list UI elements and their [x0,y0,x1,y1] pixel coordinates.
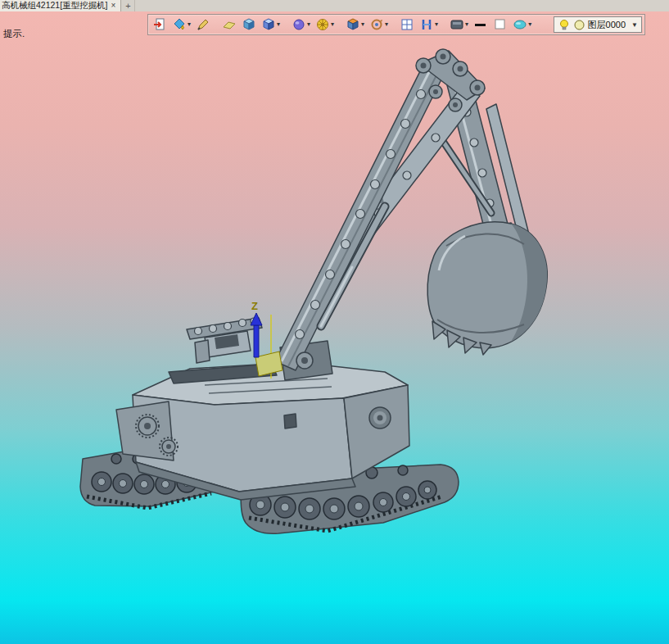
dropdown-arrow-icon: ▾ [277,21,280,28]
layer-dropdown-arrow[interactable]: ▼ [631,21,638,29]
dropdown-arrow-icon: ▾ [385,21,388,28]
line-width-icon[interactable] [472,16,490,34]
layer-name: 图层0000 [588,19,626,31]
new-tab-button[interactable]: + [121,0,135,11]
dropdown-arrow-icon: ▾ [307,21,310,28]
viewport-grid-icon[interactable] [398,16,416,34]
import-export-icon[interactable] [151,16,169,34]
layer-color-icon [573,19,585,31]
dropdown-arrow-icon: ▾ [361,21,364,28]
toolbar-separator [214,17,219,32]
document-tab[interactable]: 高机械组42121[重型挖掘机] × [0,0,121,11]
dropdown-arrow-icon: ▾ [435,21,438,28]
tab-bar: 高机械组42121[重型挖掘机] × + [0,0,669,12]
dropdown-arrow-icon: ▾ [188,21,191,28]
layer-combo[interactable]: 图层0000 ▼ [554,16,642,33]
dropdown-arrow-icon: ▾ [465,21,468,28]
layer-visibility-bulb-icon[interactable] [558,18,571,31]
toolbar-separator [337,17,342,32]
dropdown-arrow-icon: ▾ [528,21,531,28]
solid-cube-icon[interactable] [240,16,258,34]
toolbar-separator [283,17,288,32]
paint-brush-icon[interactable] [194,16,212,34]
tab-title: 高机械组42121[重型挖掘机] [2,0,108,11]
prompt-text: 提示. [3,28,25,40]
surface-icon[interactable] [220,16,238,34]
tab-close-icon[interactable]: × [111,2,116,10]
display-mode-icon[interactable]: ▾ [448,16,470,34]
main-toolbar: ▾ ▾ ▾ ▾ ▾ ▾ [147,14,645,35]
toolbar-separator [441,17,446,32]
render-style-icon[interactable]: ▾ [170,16,192,34]
cube-display-icon[interactable]: ▾ [260,16,282,34]
rotate-view-icon[interactable]: ▾ [368,16,390,34]
background-color-icon[interactable] [491,16,509,34]
material-sphere-icon[interactable]: ▾ [290,16,312,34]
viewport-canvas[interactable]: 提示. ▾ ▾ ▾ ▾ [0,11,669,644]
section-view-icon[interactable]: ▾ [418,16,440,34]
dropdown-arrow-icon: ▾ [331,21,334,28]
gear-wheel-icon[interactable]: ▾ [314,16,336,34]
toolbar-separator [391,17,396,32]
view-cube-icon[interactable]: ▾ [344,16,366,34]
shaded-mode-icon[interactable]: ▾ [511,16,533,34]
